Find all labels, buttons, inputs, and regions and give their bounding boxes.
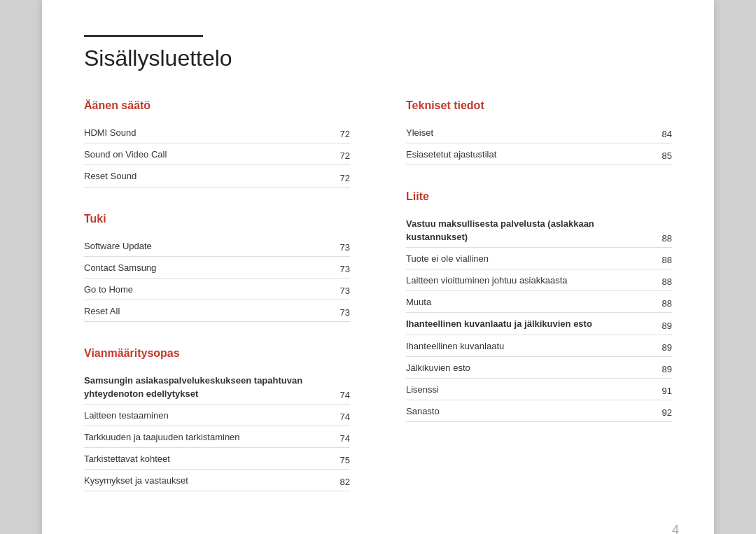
- toc-item-page: 91: [662, 386, 672, 396]
- toc-item: Tuote ei ole viallinen88: [406, 248, 672, 269]
- toc-item: Lisenssi91: [406, 379, 672, 400]
- toc-item: HDMI Sound72: [84, 122, 350, 143]
- toc-item-page: 72: [340, 150, 350, 161]
- toc-item: Ihanteellinen kuvanlaatu89: [406, 335, 672, 357]
- section-title: Vianmääritysopas: [84, 347, 350, 360]
- toc-item-page: 72: [340, 129, 350, 139]
- page: Sisällysluettelo Äänen säätöHDMI Sound72…: [42, 0, 714, 534]
- toc-item-page: 74: [340, 412, 350, 422]
- toc-item-label: Yleiset: [406, 127, 662, 139]
- toc-item-label: Lisenssi: [406, 384, 662, 396]
- toc-item-label: Go to Home: [84, 283, 340, 296]
- toc-item-page: 88: [662, 233, 672, 244]
- title-bar: [84, 35, 203, 37]
- section: Tekniset tiedotYleiset84Esiasetetut ajas…: [406, 99, 672, 165]
- toc-item: Reset Sound72: [84, 165, 350, 187]
- toc-item-page: 84: [662, 129, 672, 139]
- toc-item-page: 89: [662, 321, 672, 331]
- section: Äänen säätöHDMI Sound72Sound on Video Ca…: [84, 99, 350, 188]
- toc-item-label: Ihanteellinen kuvanlaatu ja jälkikuvien …: [406, 318, 662, 330]
- toc-item-page: 89: [662, 342, 672, 353]
- section: LiiteVastuu maksullisesta palvelusta (as…: [406, 190, 672, 422]
- toc-item: Vastuu maksullisesta palvelusta (aslakka…: [406, 213, 672, 247]
- toc-item: Jälkikuvien esto89: [406, 357, 672, 379]
- toc-item: Samsungin asiakaspalvelukeskukseen tapah…: [84, 370, 350, 404]
- toc-item-label: Tuote ei ole viallinen: [406, 253, 662, 265]
- section-title: Tekniset tiedot: [406, 99, 672, 112]
- toc-item-label: Laitteen testaaminen: [84, 409, 340, 422]
- toc-item: Sanasto92: [406, 400, 672, 422]
- toc-item-label: Tarkkuuden ja taajuuden tarkistaminen: [84, 431, 340, 444]
- toc-item-page: 82: [340, 477, 350, 487]
- right-column: Tekniset tiedotYleiset84Esiasetetut ajas…: [406, 99, 672, 517]
- toc-item: Muuta88: [406, 291, 672, 313]
- toc-item-label: Contact Samsung: [84, 262, 340, 274]
- toc-item-label: Tarkistettavat kohteet: [84, 453, 340, 465]
- section-title: Liite: [406, 190, 672, 203]
- toc-item: Laitteen vioittuminen johtuu asiakkaasta…: [406, 269, 672, 291]
- toc-item-label: Samsungin asiakaspalvelukeskukseen tapah…: [84, 374, 340, 400]
- toc-item-page: 88: [662, 255, 672, 265]
- toc-item: Laitteen testaaminen74: [84, 405, 350, 426]
- toc-item: Kysymykset ja vastaukset82: [84, 470, 350, 491]
- section: VianmääritysopasSamsungin asiakaspalvelu…: [84, 347, 350, 491]
- toc-item-label: Software Update: [84, 240, 340, 253]
- toc-item-page: 73: [340, 286, 350, 296]
- toc-item-page: 73: [340, 242, 350, 253]
- toc-item: Ihanteellinen kuvanlaatu ja jälkikuvien …: [406, 313, 672, 335]
- page-number: 4: [672, 523, 679, 534]
- toc-item-page: 92: [662, 407, 672, 418]
- left-column: Äänen säätöHDMI Sound72Sound on Video Ca…: [84, 99, 350, 517]
- section: TukiSoftware Update73Contact Samsung73Go…: [84, 213, 350, 323]
- toc-item: Tarkistettavat kohteet75: [84, 448, 350, 470]
- toc-item-page: 73: [340, 307, 350, 318]
- toc-item-label: Jälkikuvien esto: [406, 362, 662, 374]
- toc-item: Yleiset84: [406, 122, 672, 143]
- section-title: Äänen säätö: [84, 99, 350, 112]
- toc-item-page: 88: [662, 298, 672, 309]
- toc-item-label: Sanasto: [406, 405, 662, 418]
- content-grid: Äänen säätöHDMI Sound72Sound on Video Ca…: [84, 99, 672, 517]
- toc-item-label: Ihanteellinen kuvanlaatu: [406, 340, 662, 353]
- toc-item: Go to Home73: [84, 279, 350, 300]
- toc-item-label: Laitteen vioittuminen johtuu asiakkaasta: [406, 274, 662, 287]
- toc-item-page: 74: [340, 390, 350, 400]
- toc-item-page: 73: [340, 264, 350, 274]
- toc-item-label: Vastuu maksullisesta palvelusta (aslakka…: [406, 218, 662, 243]
- toc-item-page: 85: [662, 150, 672, 161]
- toc-item: Software Update73: [84, 235, 350, 257]
- toc-item-label: HDMI Sound: [84, 127, 340, 139]
- toc-item: Reset All73: [84, 300, 350, 322]
- toc-item-label: Reset Sound: [84, 170, 340, 183]
- toc-item-page: 72: [340, 173, 350, 183]
- toc-item: Tarkkuuden ja taajuuden tarkistaminen74: [84, 426, 350, 448]
- toc-item-page: 75: [340, 455, 350, 465]
- toc-item-label: Kysymykset ja vastaukset: [84, 475, 340, 487]
- toc-item: Esiasetetut ajastustilat85: [406, 143, 672, 165]
- toc-item-page: 74: [340, 433, 350, 444]
- toc-item-label: Muuta: [406, 296, 662, 309]
- toc-item: Contact Samsung73: [84, 257, 350, 279]
- toc-item-label: Esiasetetut ajastustilat: [406, 148, 662, 161]
- section-title: Tuki: [84, 213, 350, 225]
- toc-item-label: Sound on Video Call: [84, 148, 340, 161]
- toc-item-label: Reset All: [84, 305, 340, 318]
- toc-item: Sound on Video Call72: [84, 143, 350, 165]
- toc-item-page: 89: [662, 364, 672, 374]
- page-title: Sisällysluettelo: [84, 45, 672, 71]
- toc-item-page: 88: [662, 276, 672, 287]
